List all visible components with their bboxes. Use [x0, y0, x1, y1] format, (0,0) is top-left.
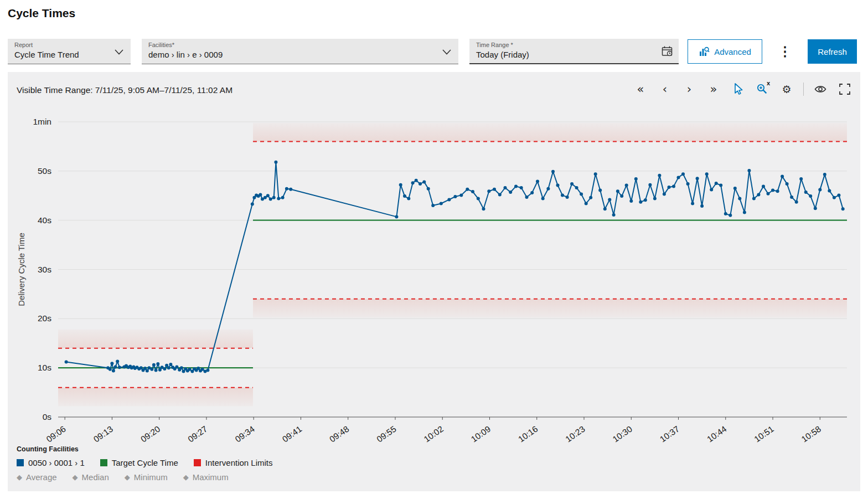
legend-target-label: Target Cycle Time	[112, 458, 178, 467]
advanced-button[interactable]: Advanced	[688, 39, 762, 64]
series-color-swatch	[17, 459, 24, 466]
pan-far-left-button[interactable]: «	[633, 81, 648, 97]
svg-text:0s: 0s	[43, 412, 52, 421]
facilities-label: Facilities*	[148, 42, 440, 48]
svg-text:09:48: 09:48	[328, 424, 351, 444]
pan-right-button[interactable]: ›	[681, 81, 697, 97]
gear-icon: ⚙	[782, 83, 791, 95]
svg-text:10:23: 10:23	[564, 424, 587, 444]
time-range-label: Time Range *	[476, 42, 660, 48]
svg-text:Delivery Cycle Time: Delivery Cycle Time	[17, 233, 26, 306]
facilities-dropdown[interactable]: Facilities* demo › lin › e › 0009	[142, 39, 458, 64]
svg-text:10:16: 10:16	[516, 424, 540, 444]
diamond-icon: ◆	[73, 473, 78, 481]
visible-time-range-text: Visible Time Range: 7/11/25, 9:05 AM–7/1…	[17, 85, 232, 95]
cursor-pointer-icon	[732, 83, 744, 96]
stat-toggle-median[interactable]: ◆ Median	[73, 472, 109, 482]
svg-text:30s: 30s	[38, 265, 51, 274]
stat-median-label: Median	[82, 472, 109, 482]
advanced-analysis-icon	[699, 46, 710, 57]
svg-text:10:44: 10:44	[705, 424, 728, 444]
svg-text:10:09: 10:09	[469, 424, 493, 444]
legend-item-series[interactable]: 0050 › 0001 › 1	[17, 458, 85, 467]
svg-text:10:51: 10:51	[752, 424, 776, 444]
legend-intervention-label: Intervention Limits	[205, 458, 273, 467]
svg-text:09:55: 09:55	[375, 424, 398, 444]
stat-toggle-minimum[interactable]: ◆ Minimum	[125, 472, 168, 482]
chart-toolbar: « ‹ › » x ⚙	[633, 81, 852, 97]
chart-legend: Counting Facilities 0050 › 0001 › 1 Targ…	[17, 445, 273, 482]
svg-text:10:30: 10:30	[611, 424, 634, 444]
report-dropdown[interactable]: Report Cycle Time Trend	[8, 39, 131, 64]
stat-average-label: Average	[26, 472, 57, 482]
cycle-times-page: Cycle Times Report Cycle Time Trend Faci…	[0, 0, 868, 499]
legend-series-row: 0050 › 0001 › 1 Target Cycle Time Interv…	[17, 458, 273, 467]
more-options-button[interactable]: ⋮	[774, 39, 796, 64]
svg-text:50s: 50s	[38, 166, 51, 176]
svg-text:20s: 20s	[38, 313, 51, 323]
svg-text:10:37: 10:37	[658, 424, 681, 444]
target-color-swatch	[100, 459, 107, 466]
double-chevron-left-icon: «	[637, 83, 644, 96]
stat-maximum-label: Maximum	[193, 472, 229, 482]
chevron-right-icon: ›	[687, 83, 691, 96]
svg-text:1min: 1min	[33, 117, 51, 126]
stat-toggle-average[interactable]: ◆ Average	[17, 472, 57, 482]
svg-text:09:27: 09:27	[186, 424, 209, 444]
svg-text:09:13: 09:13	[92, 424, 115, 444]
toolbar-divider	[803, 83, 804, 96]
pan-far-right-button[interactable]: »	[706, 81, 721, 97]
settings-button[interactable]: ⚙	[779, 81, 794, 97]
double-chevron-right-icon: »	[710, 83, 717, 96]
diamond-icon: ◆	[125, 473, 130, 481]
stat-toggle-maximum[interactable]: ◆ Maximum	[183, 472, 229, 482]
svg-text:10:02: 10:02	[422, 424, 445, 444]
svg-text:40s: 40s	[38, 215, 51, 225]
svg-text:09:06: 09:06	[44, 424, 68, 444]
chart-panel: Visible Time Range: 7/11/25, 9:05 AM–7/1…	[8, 72, 860, 491]
diamond-icon: ◆	[183, 473, 189, 481]
fullscreen-button[interactable]	[837, 81, 852, 97]
refresh-button[interactable]: Refresh	[808, 39, 857, 64]
diamond-icon: ◆	[17, 473, 22, 481]
svg-text:10:58: 10:58	[799, 424, 823, 444]
page-title: Cycle Times	[8, 7, 75, 20]
zoom-x-tool-button[interactable]: x	[755, 81, 770, 97]
report-label: Report	[14, 42, 112, 48]
facilities-value: demo › lin › e › 0009	[148, 50, 440, 59]
legend-stats-row: ◆ Average ◆ Median ◆ Minimum ◆ Maximum	[17, 472, 273, 482]
report-value: Cycle Time Trend	[14, 50, 112, 59]
chevron-down-icon	[442, 49, 452, 55]
calendar-clock-icon[interactable]	[661, 45, 673, 58]
zoom-x-label: x	[767, 80, 770, 86]
kebab-icon: ⋮	[778, 44, 792, 59]
legend-item-target[interactable]: Target Cycle Time	[100, 458, 178, 467]
pan-left-button[interactable]: ‹	[657, 81, 673, 97]
legend-title: Counting Facilities	[17, 445, 273, 453]
pointer-tool-button[interactable]	[730, 81, 746, 97]
time-range-value: Today (Friday)	[476, 50, 660, 59]
stat-minimum-label: Minimum	[134, 472, 168, 482]
advanced-button-label: Advanced	[714, 47, 751, 56]
chevron-down-icon	[114, 49, 124, 55]
intervention-color-swatch	[194, 459, 201, 466]
legend-item-intervention[interactable]: Intervention Limits	[194, 458, 273, 467]
svg-text:09:41: 09:41	[281, 424, 304, 444]
svg-text:09:34: 09:34	[233, 424, 256, 444]
chevron-left-icon: ‹	[663, 83, 667, 96]
eye-icon	[814, 84, 827, 95]
fullscreen-icon	[839, 83, 851, 95]
time-range-field[interactable]: Time Range * Today (Friday)	[469, 39, 679, 64]
cycle-time-trend-chart[interactable]: 0s10s20s30s40s50s1min09:0609:1309:2009:2…	[8, 72, 860, 460]
svg-text:10s: 10s	[38, 363, 51, 372]
svg-text:09:20: 09:20	[139, 424, 162, 444]
visibility-button[interactable]	[813, 81, 828, 97]
legend-series-label: 0050 › 0001 › 1	[28, 458, 85, 467]
